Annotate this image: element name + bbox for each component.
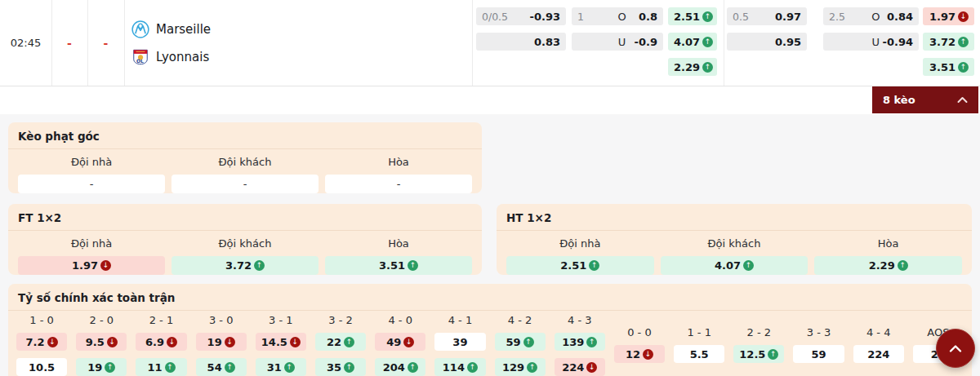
arrow-up-circle-icon bbox=[408, 260, 418, 271]
arrow-up-circle-icon bbox=[254, 260, 265, 271]
score-odds-cell[interactable]: 39 bbox=[434, 333, 485, 351]
score-odds-cell[interactable]: 224 bbox=[555, 358, 605, 376]
arrow-down-circle-icon bbox=[958, 11, 969, 22]
odds-cell-ou2-under[interactable]: U -0.94 bbox=[823, 33, 919, 51]
corner-odds-away[interactable]: - bbox=[172, 175, 318, 193]
score-odds-cell[interactable]: 5.5 bbox=[674, 345, 724, 363]
score-odds-cell[interactable]: 19 bbox=[196, 333, 247, 351]
arrow-up-circle-icon bbox=[344, 337, 354, 347]
score-label: 4 - 2 bbox=[495, 314, 546, 327]
score-odds-cell[interactable]: 12 bbox=[614, 345, 665, 363]
odds-value: 0.84 bbox=[887, 11, 913, 23]
score-odds-cell[interactable]: 9.5 bbox=[76, 333, 127, 351]
score-odds-cell[interactable]: 10.5 bbox=[16, 358, 67, 376]
section-title: HT 1×2 bbox=[497, 204, 972, 231]
score-odds-cell[interactable]: 54 bbox=[196, 358, 247, 376]
odds-cell-x12-1-draw[interactable]: 2.29 bbox=[668, 58, 717, 76]
ht-odds-away[interactable]: 4.07 bbox=[661, 256, 808, 275]
score-label: 2 - 1 bbox=[136, 314, 186, 327]
betting-page: 02:45 - - Marseille OL Lyonnais bbox=[0, 0, 980, 376]
odds-value: - bbox=[90, 178, 94, 190]
score-odds-cell[interactable]: 224 bbox=[853, 345, 904, 363]
scroll-top-button[interactable] bbox=[936, 329, 975, 368]
score-col-0-0: 0 - 0 12 bbox=[614, 314, 665, 376]
odds-value: 114 bbox=[443, 361, 465, 374]
over-label: O bbox=[871, 11, 880, 23]
score-col-4-2: 4 - 2 59 129 bbox=[495, 314, 546, 376]
odds-value: -0.94 bbox=[883, 36, 913, 48]
column-divider bbox=[472, 0, 473, 86]
arrow-up-circle-icon bbox=[408, 362, 418, 373]
ht-odds-draw[interactable]: 2.29 bbox=[814, 256, 962, 275]
odds-cell-hdp2-home[interactable]: 0.5 0.97 bbox=[727, 7, 807, 25]
odds-value: 19 bbox=[207, 336, 222, 348]
corner-odds-draw[interactable]: - bbox=[325, 175, 472, 193]
odds-value: 3.51 bbox=[929, 61, 956, 73]
score-odds-cell[interactable]: 6.9 bbox=[136, 333, 186, 351]
arrow-down-circle-icon bbox=[643, 349, 653, 360]
ft-odds-away[interactable]: 3.72 bbox=[172, 256, 318, 275]
score-odds-cell[interactable]: 129 bbox=[495, 358, 546, 376]
score-odds-cell[interactable]: 22 bbox=[315, 333, 366, 351]
arrow-up-circle-icon bbox=[523, 337, 534, 347]
odds-value: 9.5 bbox=[86, 336, 105, 348]
score-odds-cell[interactable]: 114 bbox=[434, 358, 485, 376]
odds-cell-hdp2-away[interactable]: 0.95 bbox=[727, 33, 807, 51]
odds-cell-x12-1-home[interactable]: 2.51 bbox=[668, 7, 717, 25]
more-bets-button[interactable]: 8 kèo bbox=[872, 86, 978, 113]
score-odds-cell[interactable]: 7.2 bbox=[16, 333, 67, 351]
arrow-up-circle-icon bbox=[586, 337, 597, 347]
chevron-up-icon bbox=[949, 344, 962, 353]
corner-odds-home[interactable]: - bbox=[18, 175, 165, 193]
odds-cell-x12-2-home[interactable]: 1.97 bbox=[923, 7, 974, 25]
odds-value: 59 bbox=[811, 348, 826, 361]
arrow-down-circle-icon bbox=[107, 337, 118, 347]
odds-value: 224 bbox=[562, 361, 584, 374]
odds-cell-hdp1-away[interactable]: 0.83 bbox=[476, 33, 566, 51]
home-team-row[interactable]: Marseille bbox=[131, 19, 211, 40]
odds-cell-ou1-over[interactable]: 1 O 0.8 bbox=[572, 7, 663, 25]
column-divider bbox=[724, 0, 724, 86]
section-title: Kèo phạt góc bbox=[8, 122, 482, 149]
home-team-name: Marseille bbox=[156, 22, 211, 37]
odds-value: 31 bbox=[267, 361, 282, 374]
score-col-4-3: 4 - 3 139 224 bbox=[555, 314, 605, 376]
score-odds-cell[interactable]: 35 bbox=[315, 358, 366, 376]
odds-cell-x12-2-draw[interactable]: 3.51 bbox=[923, 58, 974, 76]
score-odds-cell[interactable]: 19 bbox=[76, 358, 127, 376]
column-header-home: Đội nhà bbox=[18, 237, 165, 250]
away-team-row[interactable]: OL Lyonnais bbox=[131, 46, 209, 68]
total-line: 1 bbox=[577, 11, 584, 23]
odds-cell-hdp1-home[interactable]: 0/0.5 -0.93 bbox=[476, 7, 566, 25]
odds-value: 1.97 bbox=[72, 259, 98, 272]
ht-1x2-section: HT 1×2 Đội nhà 2.51 Đội khách 4.07 Hòa bbox=[497, 204, 972, 275]
odds-value: 3.51 bbox=[379, 259, 405, 272]
odds-value: 0.97 bbox=[775, 11, 801, 23]
score-odds-cell[interactable]: 14.5 bbox=[256, 333, 306, 351]
score-odds-cell[interactable]: 59 bbox=[793, 345, 844, 363]
odds-cell-ou2-over[interactable]: 2.5 O 0.84 bbox=[823, 7, 919, 25]
ft-odds-home[interactable]: 1.97 bbox=[18, 256, 165, 275]
score-odds-cell[interactable]: 31 bbox=[256, 358, 306, 376]
odds-cell-x12-2-away[interactable]: 3.72 bbox=[923, 33, 974, 51]
column-divider bbox=[51, 0, 52, 86]
score-odds-cell[interactable]: 59 bbox=[495, 333, 546, 351]
section-title: Tỷ số chính xác toàn trận bbox=[8, 284, 972, 311]
chevron-up-icon bbox=[957, 96, 968, 104]
score-col-2-0: 2 - 0 9.5 19 bbox=[76, 314, 127, 376]
score-odds-cell[interactable]: 139 bbox=[555, 333, 605, 351]
score-odds-cell[interactable]: 12.5 bbox=[733, 345, 784, 363]
odds-value: 2.51 bbox=[674, 11, 700, 23]
score-odds-cell[interactable]: 49 bbox=[375, 333, 425, 351]
odds-cell-x12-1-away[interactable]: 4.07 bbox=[668, 33, 717, 51]
arrow-up-circle-icon bbox=[702, 11, 713, 22]
score-odds-cell[interactable]: 11 bbox=[136, 358, 186, 376]
ft-odds-draw[interactable]: 3.51 bbox=[325, 256, 472, 275]
odds-value: 139 bbox=[562, 336, 584, 348]
ht-odds-home[interactable]: 2.51 bbox=[506, 256, 654, 275]
score-odds-cell[interactable]: 204 bbox=[375, 358, 425, 376]
score-label: 1 - 1 bbox=[674, 326, 724, 339]
odds-value: 2.51 bbox=[560, 259, 586, 272]
odds-cell-ou1-under[interactable]: U -0.9 bbox=[572, 33, 663, 51]
arrow-up-circle-icon bbox=[165, 362, 176, 373]
